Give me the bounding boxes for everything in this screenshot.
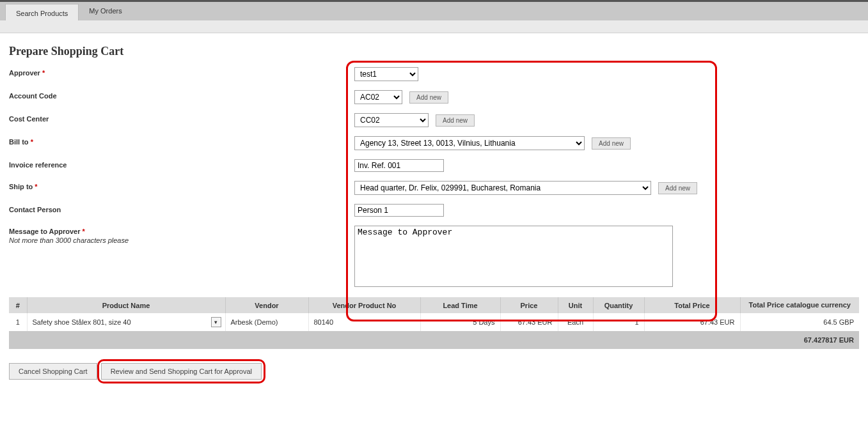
label-ship-to: Ship to * [9, 181, 354, 190]
form-area: Approver * test1 Account Code AC02 Add n… [9, 67, 859, 288]
label-approver: Approver * [9, 67, 354, 77]
cell-total-price: 67.43 EUR [644, 313, 740, 331]
cell-total-price-cat: 64.5 GBP [740, 313, 859, 331]
cell-num: 1 [9, 313, 27, 331]
cell-quantity: 1 [593, 313, 644, 331]
page-title: Prepare Shopping Cart [9, 45, 859, 58]
cell-unit: Each [558, 313, 593, 331]
required-marker: * [35, 183, 37, 190]
ship-to-select[interactable]: Head quarter, Dr. Felix, 029991, Buchare… [354, 181, 651, 195]
label-message-hint: Not more than 3000 characters please [9, 236, 354, 244]
cart-table: # Product Name Vendor Vendor Product No … [9, 297, 859, 349]
th-unit: Unit [558, 297, 593, 313]
label-account-code: Account Code [9, 90, 354, 100]
required-marker: * [31, 138, 33, 146]
cost-center-select[interactable]: CC02 [354, 113, 429, 127]
add-new-account-code-button[interactable]: Add new [409, 91, 448, 104]
th-num: # [9, 297, 27, 313]
th-quantity: Quantity [593, 297, 644, 313]
footer-buttons: Cancel Shopping Cart Review and Send Sho… [9, 363, 859, 380]
top-tab-bar: Search Products My Orders [0, 0, 868, 20]
contact-person-input[interactable] [354, 204, 444, 217]
account-code-select[interactable]: AC02 [354, 90, 402, 104]
add-new-ship-to-button[interactable]: Add new [658, 182, 697, 194]
table-row: 1 Safety shoe Stålex 801, size 40 ▾ Arbe… [9, 313, 859, 331]
required-marker: * [42, 69, 45, 77]
tab-my-orders[interactable]: My Orders [79, 2, 132, 20]
th-vendor: Vendor [225, 297, 308, 313]
th-total-price: Total Price [644, 297, 740, 313]
grand-total: 67.427817 EUR [740, 331, 859, 349]
cell-lead-time: 5 Days [420, 313, 500, 331]
cancel-shopping-cart-button[interactable]: Cancel Shopping Cart [9, 363, 97, 380]
product-dropdown-icon[interactable]: ▾ [211, 317, 221, 327]
label-contact-person: Contact Person [9, 204, 354, 213]
cell-vendor: Arbesk (Demo) [225, 313, 308, 331]
message-textarea[interactable]: Message to Approver [354, 226, 673, 287]
invoice-ref-input[interactable] [354, 159, 444, 172]
required-marker: * [83, 228, 85, 235]
th-vendor-prod-no: Vendor Product No [308, 297, 420, 313]
th-product-name: Product Name [27, 297, 225, 313]
sub-bar [0, 20, 868, 33]
add-new-cost-center-button[interactable]: Add new [436, 114, 475, 127]
cell-price: 67.43 EUR [500, 313, 558, 331]
th-lead-time: Lead Time [420, 297, 500, 313]
cell-product-name: Safety shoe Stålex 801, size 40 ▾ [27, 313, 225, 331]
bill-to-select[interactable]: Agency 13, Street 13, 0013, Vilnius, Lit… [354, 136, 585, 150]
table-header-row: # Product Name Vendor Vendor Product No … [9, 297, 859, 313]
label-invoice-ref: Invoice reference [9, 159, 354, 169]
review-send-button[interactable]: Review and Send Shopping Cart for Approv… [101, 363, 262, 380]
add-new-bill-to-button[interactable]: Add new [592, 137, 631, 150]
approver-select[interactable]: test1 [354, 67, 418, 81]
label-cost-center: Cost Center [9, 113, 354, 123]
th-price: Price [500, 297, 558, 313]
table-totals-row: 67.427817 EUR [9, 331, 859, 349]
cell-vendor-prod-no: 80140 [308, 313, 420, 331]
th-total-price-cat: Total Price catalogue currency [740, 297, 859, 313]
annotation-highlight-review: Review and Send Shopping Cart for Approv… [101, 363, 262, 380]
label-bill-to: Bill to * [9, 136, 354, 146]
tab-search-products[interactable]: Search Products [5, 4, 79, 20]
label-message: Message to Approver * Not more than 3000… [9, 226, 354, 244]
